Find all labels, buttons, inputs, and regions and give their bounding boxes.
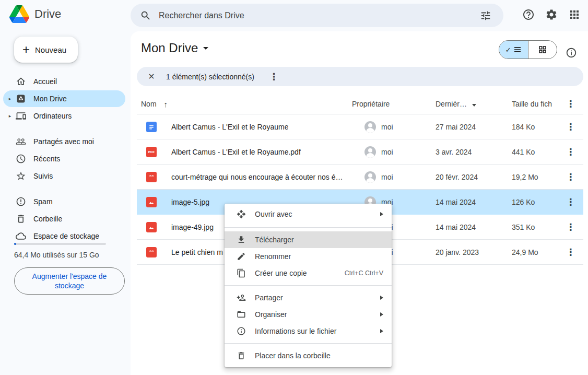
expand-caret-icon[interactable]: ▸	[6, 96, 14, 101]
sidebar-item-corbeille[interactable]: Corbeille	[3, 210, 125, 227]
apps-grid-button[interactable]	[564, 4, 585, 25]
menu-item-placer-corbeille[interactable]: Placer dans la corbeille	[225, 347, 392, 364]
sidebar-item-spam[interactable]: Spam	[3, 193, 125, 210]
column-header-size[interactable]: Taille du fich	[501, 100, 558, 108]
sidebar-item-suivis[interactable]: Suivis	[3, 168, 125, 184]
sidebar-item-mon-drive[interactable]: ▸ Mon Drive	[3, 90, 125, 107]
pdf-file-icon: PDF	[146, 147, 157, 157]
drive-logo[interactable]: Drive	[9, 5, 61, 23]
sidebar-item-label: Corbeille	[33, 215, 62, 223]
owner-name: moi	[381, 148, 393, 156]
sidebar-item-label: Partagés avec moi	[33, 137, 94, 146]
modified-date: 20 févr. 2024	[425, 173, 501, 181]
tune-icon	[480, 10, 491, 21]
file-size: 126 Ko	[501, 198, 558, 206]
trash-icon	[236, 350, 246, 361]
topbar: Drive	[0, 0, 588, 31]
column-header-name[interactable]: Nom ↑	[137, 100, 352, 109]
menu-item-partager[interactable]: Partager	[225, 289, 392, 306]
menu-item-creer-une-copie[interactable]: Créer une copie Ctrl+C Ctrl+V	[225, 265, 392, 282]
table-row[interactable]: court-métrage qui nous encourage à écout…	[137, 165, 583, 190]
info-icon	[566, 47, 577, 58]
sidebar-item-label: Espace de stockage	[33, 232, 99, 240]
search-icon	[140, 10, 151, 21]
grid-view-button[interactable]	[528, 41, 557, 58]
cloud-icon	[16, 231, 26, 241]
sidebar-item-stockage[interactable]: Espace de stockage	[3, 228, 125, 244]
spam-icon	[16, 196, 26, 207]
clear-selection-button[interactable]: ✕	[144, 69, 159, 84]
list-view-icon	[513, 45, 522, 54]
details-button[interactable]	[563, 44, 580, 61]
list-view-button[interactable]: ✓	[499, 41, 528, 58]
help-button[interactable]	[518, 4, 539, 25]
column-header-options: ⋮	[558, 97, 583, 111]
rename-pencil-icon	[236, 251, 246, 262]
expand-caret-icon[interactable]: ▸	[6, 113, 14, 119]
my-drive-icon	[16, 93, 26, 104]
table-header: Nom ↑ Propriétaire Dernièr… Taille du fi…	[137, 94, 583, 114]
settings-button[interactable]	[541, 4, 562, 25]
menu-item-telecharger[interactable]: Télécharger	[225, 231, 392, 248]
page-title: Mon Drive	[141, 41, 198, 55]
row-more-button[interactable]: ⋮	[563, 120, 578, 134]
copy-icon	[236, 268, 246, 278]
column-header-owner[interactable]: Propriétaire	[352, 100, 425, 108]
row-more-button[interactable]: ⋮	[563, 170, 578, 184]
person-add-icon	[236, 292, 246, 303]
new-button[interactable]: + Nouveau	[14, 37, 78, 63]
owner-avatar	[364, 121, 376, 133]
gear-icon	[545, 8, 558, 21]
open-with-icon	[236, 209, 246, 219]
search-input[interactable]	[159, 11, 475, 20]
row-more-button[interactable]: ⋮	[563, 195, 578, 209]
file-size: 351 Ko	[501, 223, 558, 231]
row-more-button[interactable]: ⋮	[563, 145, 578, 159]
submenu-arrow-icon	[380, 296, 383, 300]
app-title: Drive	[34, 7, 61, 21]
sidebar-item-partages[interactable]: Partagés avec moi	[3, 133, 125, 150]
sidebar-nav: Accueil ▸ Mon Drive ▸ Ordinateurs	[0, 73, 131, 245]
sidebar-item-recents[interactable]: Récents	[3, 150, 125, 167]
file-name: Albert Camus - L'Exil et le Royaume	[171, 123, 288, 131]
menu-item-ouvrir-avec[interactable]: Ouvrir avec	[225, 205, 392, 224]
file-name: court-métrage qui nous encourage à écout…	[171, 173, 343, 181]
file-name: image-5.jpg	[171, 198, 209, 206]
modified-date: 27 mai 2024	[425, 123, 501, 131]
selection-more-button[interactable]: ⋮	[267, 69, 281, 84]
selection-toolbar: ✕ 1 élément(s) sélectionné(s) ⋮	[137, 67, 583, 86]
menu-item-informations[interactable]: Informations sur le fichier	[225, 323, 392, 339]
submenu-arrow-icon	[380, 329, 383, 333]
file-name: image-49.jpg	[171, 223, 214, 231]
row-more-button[interactable]: ⋮	[563, 245, 578, 260]
file-size: 184 Ko	[501, 123, 558, 131]
search-options-button[interactable]	[475, 5, 496, 26]
page-title-dropdown[interactable]: Mon Drive	[141, 41, 208, 55]
star-icon	[16, 171, 26, 181]
image-file-icon	[146, 197, 157, 207]
sidebar-item-label: Spam	[33, 197, 53, 206]
table-row[interactable]: PDF Albert Camus - L'Exil et le Royaume.…	[137, 139, 583, 165]
column-header-modified[interactable]: Dernièr…	[425, 100, 501, 108]
sidebar-item-ordinateurs[interactable]: ▸ Ordinateurs	[3, 108, 125, 124]
new-button-label: Nouveau	[35, 45, 66, 54]
upgrade-storage-button[interactable]: Augmenter l'espace de stockage	[14, 267, 125, 295]
sidebar-item-label: Accueil	[33, 77, 57, 86]
menu-item-renommer[interactable]: Renommer	[225, 248, 392, 265]
menu-item-organiser[interactable]: Organiser	[225, 306, 392, 323]
storage-progress-fill	[14, 243, 16, 245]
table-row[interactable]: Albert Camus - L'Exil et le Royaume moi …	[137, 114, 583, 139]
clock-icon	[16, 154, 26, 164]
row-more-button[interactable]: ⋮	[563, 220, 578, 235]
menu-separator	[225, 285, 392, 286]
info-icon	[236, 326, 246, 336]
file-size: 19,2 Mo	[501, 173, 558, 181]
modified-date: 3 avr. 2024	[425, 148, 501, 156]
submenu-arrow-icon	[380, 212, 383, 216]
header-more-button[interactable]: ⋮	[563, 97, 578, 111]
sidebar-item-label: Mon Drive	[33, 95, 67, 103]
sidebar-item-accueil[interactable]: Accueil	[3, 73, 125, 90]
trash-icon	[16, 214, 26, 224]
search-bar	[131, 4, 503, 27]
submenu-arrow-icon	[380, 312, 383, 317]
